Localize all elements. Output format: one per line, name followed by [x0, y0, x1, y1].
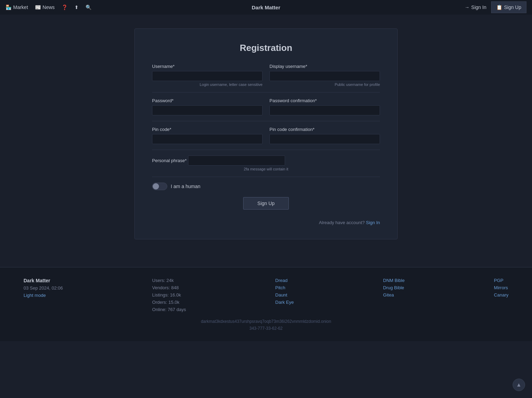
- signin-icon: →: [465, 5, 470, 10]
- footer-phone: 343-777-33-62-62: [14, 326, 518, 331]
- display-username-input[interactable]: [269, 71, 380, 81]
- divider-1: [152, 92, 380, 92]
- help-icon: ❓: [62, 5, 68, 10]
- username-input[interactable]: [152, 71, 263, 81]
- footer-col-stats: Users: 24k Vendors: 848 Listings: 16.0k …: [152, 278, 186, 312]
- main-content: Registration Username* Login username, l…: [0, 15, 532, 253]
- footer-link-canary[interactable]: Canary: [494, 292, 508, 298]
- nav-right: → Sign In 📋 Sign Up: [460, 1, 526, 13]
- signin-button[interactable]: → Sign In: [460, 2, 491, 13]
- personal-phrase-label: Personal phrase*: [152, 158, 187, 163]
- footer-link-drugbible[interactable]: Drug Bible: [383, 285, 405, 290]
- phone-number: 343-777-33-62-62: [249, 326, 283, 331]
- nav-help[interactable]: ❓: [62, 5, 68, 10]
- pin-code-label: Pin code*: [152, 127, 263, 132]
- footer: Dark Matter 03 Sep 2024, 02:06 Light mod…: [0, 267, 532, 341]
- market-icon: 🏪: [6, 5, 11, 10]
- footer-col-brand: Dark Matter 03 Sep 2024, 02:06 Light mod…: [24, 278, 63, 312]
- nav-news-label: News: [43, 5, 55, 10]
- signup-nav-label: Sign Up: [504, 5, 521, 10]
- upload-icon: ⬆: [74, 5, 79, 10]
- signin-label: Sign In: [471, 5, 487, 10]
- nav-market-label: Market: [13, 5, 28, 10]
- signup-icon: 📋: [496, 5, 502, 10]
- stat-online: Online: 767 days: [152, 307, 186, 312]
- password-group: Password*: [152, 98, 263, 115]
- already-have-text: Already have account?: [319, 220, 365, 225]
- news-icon: 📰: [35, 5, 41, 10]
- light-mode-label: Light mode: [24, 293, 46, 298]
- nav-news[interactable]: 📰 News: [35, 5, 55, 10]
- display-username-label: Display username*: [269, 64, 380, 69]
- onion-address: darkmat3kdxestus437urshpsravq7oqb73m36i2…: [201, 319, 331, 324]
- display-username-hint: Public username for profile: [269, 82, 380, 87]
- footer-link-daunt[interactable]: Daunt: [275, 292, 294, 298]
- username-group: Username* Login username, letter case se…: [152, 64, 263, 87]
- signin-link[interactable]: Sign In: [366, 220, 380, 225]
- stat-orders: Orders: 15.0k: [152, 300, 186, 305]
- pin-code-input[interactable]: [152, 134, 263, 144]
- pin-group: Pin code*: [152, 127, 263, 144]
- footer-date: 03 Sep 2024, 02:06: [24, 285, 63, 291]
- password-confirmation-input[interactable]: [269, 105, 380, 115]
- stat-users: Users: 24k: [152, 278, 186, 283]
- nav-search[interactable]: 🔍: [86, 5, 91, 10]
- footer-link-mirrors[interactable]: Mirrors: [494, 285, 508, 290]
- display-username-group: Display username* Public username for pr…: [269, 64, 380, 87]
- toggle-knob: [153, 183, 159, 189]
- footer-onion: darkmat3kdxestus437urshpsravq7oqb73m36i2…: [14, 319, 518, 324]
- pin-code-confirmation-label: Pin code confirmation*: [269, 127, 380, 132]
- divider-2: [152, 121, 380, 121]
- divider-4: [152, 177, 380, 177]
- footer-link-darkeye[interactable]: Dark Eye: [275, 300, 294, 305]
- pin-row: Pin code* Pin code confirmation*: [152, 127, 380, 144]
- username-hint: Login username, letter case sensitive: [152, 82, 263, 87]
- human-toggle[interactable]: [152, 183, 167, 190]
- password-label: Password*: [152, 98, 263, 103]
- signin-link-label: Sign In: [366, 220, 380, 225]
- signup-button-label: Sign Up: [257, 201, 275, 206]
- password-row: Password* Password confirmation*: [152, 98, 380, 115]
- nav-market[interactable]: 🏪 Market: [6, 5, 28, 10]
- light-mode-link[interactable]: Light mode: [24, 293, 63, 298]
- pin-code-confirmation-input[interactable]: [269, 134, 380, 144]
- footer-link-pitch[interactable]: Pitch: [275, 285, 294, 290]
- footer-col-links1: Dread Pitch Daunt Dark Eye: [275, 278, 294, 312]
- human-check: I am a human: [152, 183, 380, 190]
- username-label: Username*: [152, 64, 263, 69]
- site-title: Dark Matter: [252, 5, 281, 10]
- signup-button[interactable]: Sign Up: [243, 197, 289, 210]
- password-input[interactable]: [152, 105, 263, 115]
- footer-inner: Dark Matter 03 Sep 2024, 02:06 Light mod…: [24, 278, 508, 312]
- footer-link-pgp[interactable]: PGP: [494, 278, 508, 283]
- human-label: I am a human: [171, 184, 201, 189]
- stat-listings: Listings: 16.0k: [152, 292, 186, 298]
- signup-nav-button[interactable]: 📋 Sign Up: [491, 1, 526, 13]
- search-icon: 🔍: [86, 5, 91, 10]
- footer-link-gitea[interactable]: Gitea: [383, 292, 405, 298]
- pin-confirm-group: Pin code confirmation*: [269, 127, 380, 144]
- footer-brand: Dark Matter: [24, 278, 63, 283]
- username-row: Username* Login username, letter case se…: [152, 64, 380, 87]
- signup-btn-wrapper: Sign Up: [152, 197, 380, 210]
- password-confirm-group: Password confirmation*: [269, 98, 380, 115]
- footer-col-links2: DNM Bible Drug Bible Gitea: [383, 278, 405, 312]
- registration-title: Registration: [152, 43, 380, 53]
- personal-phrase-input[interactable]: [188, 156, 285, 166]
- footer-link-dnmbible[interactable]: DNM Bible: [383, 278, 405, 283]
- nav-left: 🏪 Market 📰 News ❓ ⬆ 🔍: [6, 5, 91, 10]
- footer-link-dread[interactable]: Dread: [275, 278, 294, 283]
- scroll-top-button[interactable]: ▲: [513, 379, 525, 391]
- personal-phrase-hint: 2fa message will contain it: [152, 167, 380, 171]
- personal-phrase-group: Personal phrase* 2fa message will contai…: [152, 156, 380, 171]
- registration-box: Registration Username* Login username, l…: [134, 28, 398, 239]
- stat-vendors: Vendors: 848: [152, 285, 186, 290]
- divider-3: [152, 150, 380, 150]
- already-have: Already have account? Sign In: [152, 220, 380, 225]
- footer-col-links3: PGP Mirrors Canary: [494, 278, 508, 312]
- navbar: 🏪 Market 📰 News ❓ ⬆ 🔍 Dark Matter → Sign…: [0, 0, 532, 15]
- password-confirmation-label: Password confirmation*: [269, 98, 380, 103]
- nav-upload[interactable]: ⬆: [74, 5, 79, 10]
